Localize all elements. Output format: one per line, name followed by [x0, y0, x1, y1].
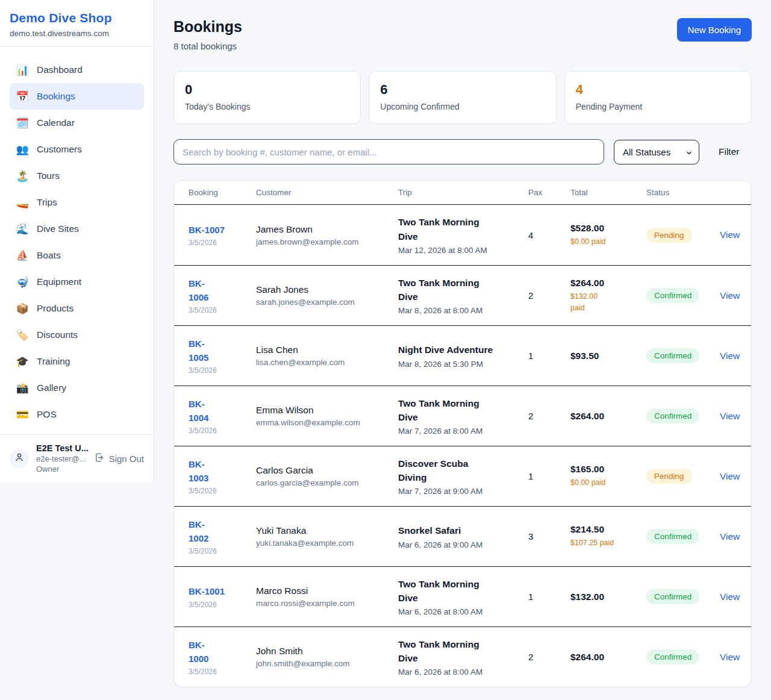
- sign-out-label: Sign Out: [109, 454, 144, 464]
- customer-name: Yuki Tanaka: [256, 525, 398, 536]
- booking-id-link[interactable]: BK-1001: [189, 584, 256, 598]
- booking-date: 3/5/2026: [189, 366, 256, 375]
- sidebar-item-pos[interactable]: 💳 POS: [10, 401, 144, 428]
- sidebar-item-label: Dashboard: [37, 64, 83, 75]
- view-link[interactable]: View: [720, 411, 740, 421]
- booking-id-link[interactable]: BK- 1000: [189, 638, 256, 666]
- booking-id-link[interactable]: BK- 1002: [189, 517, 256, 546]
- paid-amount: $107.25 paid: [570, 537, 646, 549]
- diving-mask-icon: 🤿: [16, 276, 29, 289]
- status-select-wrap: All Statuses: [614, 140, 699, 164]
- trip-name: Night Dive Adventure: [398, 343, 528, 357]
- sidebar: Demo Dive Shop demo.test.divestreams.com…: [0, 0, 154, 482]
- customer-email: marco.rossi@example.com: [256, 599, 398, 608]
- sign-out-button[interactable]: Sign Out: [95, 452, 144, 464]
- tag-icon: 🏷️: [16, 329, 29, 342]
- col-header-total: Total: [570, 188, 646, 197]
- booking-id-link[interactable]: BK- 1004: [189, 397, 256, 425]
- sidebar-item-training[interactable]: 🎓 Training: [10, 348, 144, 375]
- filter-button[interactable]: Filter: [719, 146, 739, 157]
- view-link[interactable]: View: [720, 652, 740, 662]
- sidebar-item-tours[interactable]: 🏝️ Tours: [10, 163, 144, 189]
- bookings-table: Booking Customer Trip Pax Total Status B…: [173, 180, 752, 687]
- sidebar-item-gallery[interactable]: 📸 Gallery: [10, 375, 144, 401]
- pax-count: 2: [528, 411, 570, 421]
- sidebar-item-calendar[interactable]: 🗓️ Calendar: [10, 110, 144, 136]
- booking-id-link[interactable]: BK-1007: [189, 223, 256, 237]
- sidebar-item-dashboard[interactable]: 📊 Dashboard: [10, 57, 144, 83]
- status-badge: Pending: [646, 228, 692, 243]
- sidebar-item-bookings[interactable]: 📅 Bookings: [10, 83, 144, 110]
- view-link[interactable]: View: [720, 592, 740, 602]
- island-icon: 🏝️: [16, 170, 29, 183]
- sidebar-item-equipment[interactable]: 🤿 Equipment: [10, 269, 144, 295]
- customer-email: yuki.tanaka@example.com: [256, 539, 398, 548]
- view-link[interactable]: View: [720, 230, 740, 240]
- view-link[interactable]: View: [720, 471, 740, 481]
- total-amount: $214.50: [570, 524, 646, 535]
- bar-chart-icon: 📊: [16, 64, 29, 77]
- table-row: BK- 1004 3/5/2026 Emma Wilson emma.wilso…: [174, 386, 751, 446]
- status-badge: Confirmed: [646, 288, 699, 303]
- sidebar-item-boats[interactable]: ⛵ Boats: [10, 242, 144, 269]
- total-amount: $264.00: [570, 411, 646, 422]
- booking-date: 3/5/2026: [189, 487, 256, 495]
- col-header-status: Status: [646, 188, 720, 197]
- pax-count: 1: [528, 351, 570, 361]
- user-name: E2E Test U...: [36, 443, 87, 453]
- view-link[interactable]: View: [720, 290, 740, 301]
- stat-card: 6 Upcoming Confirmed: [369, 71, 556, 124]
- table-row: BK- 1000 3/5/2026 John Smith john.smith@…: [174, 627, 751, 687]
- user-info: E2E Test U... e2e-tester@... Owner: [36, 443, 87, 473]
- status-select[interactable]: All Statuses: [614, 140, 699, 164]
- new-booking-button[interactable]: New Booking: [677, 18, 752, 42]
- page-title-block: Bookings 8 total bookings: [173, 18, 242, 51]
- status-badge: Confirmed: [646, 589, 699, 604]
- booking-id-link[interactable]: BK- 1005: [189, 337, 256, 365]
- view-link[interactable]: View: [720, 351, 740, 361]
- page-header: Bookings 8 total bookings New Booking: [173, 18, 752, 51]
- col-header-customer: Customer: [256, 188, 398, 197]
- booking-date: 3/5/2026: [189, 667, 256, 676]
- sailboat-icon: ⛵: [16, 249, 29, 262]
- customer-name: Carlos Garcia: [256, 465, 398, 476]
- customer-email: james.brown@example.com: [256, 237, 398, 246]
- customer-email: sarah.jones@example.com: [256, 298, 398, 307]
- customer-email: carlos.garcia@example.com: [256, 478, 398, 487]
- sidebar-item-dive-sites[interactable]: 🌊 Dive Sites: [10, 216, 144, 242]
- pax-count: 4: [528, 230, 570, 240]
- total-amount: $528.00: [570, 223, 646, 234]
- shop-domain: demo.test.divestreams.com: [10, 29, 144, 38]
- sidebar-item-customers[interactable]: 👥 Customers: [10, 136, 144, 163]
- paid-amount: $132.00 paid: [570, 291, 646, 314]
- stat-card: 4 Pending Payment: [564, 71, 752, 124]
- trip-datetime: Mar 8, 2026 at 5:30 PM: [398, 360, 528, 369]
- col-header-booking: Booking: [189, 188, 256, 197]
- trip-datetime: Mar 12, 2026 at 8:00 AM: [398, 246, 528, 255]
- search-input[interactable]: [173, 139, 604, 164]
- trip-name: Two Tank Morning Dive: [398, 396, 528, 425]
- booking-date: 3/5/2026: [189, 601, 256, 609]
- sidebar-item-discounts[interactable]: 🏷️ Discounts: [10, 322, 144, 348]
- trip-datetime: Mar 6, 2026 at 9:00 AM: [398, 540, 528, 549]
- sidebar-item-label: Tours: [37, 170, 60, 181]
- user-section: E2E Test U... e2e-tester@... Owner Sign …: [0, 434, 154, 482]
- sidebar-item-label: Dive Sites: [37, 223, 79, 234]
- paid-amount: $0.00 paid: [570, 477, 646, 489]
- table-header-row: Booking Customer Trip Pax Total Status: [174, 181, 751, 205]
- total-amount: $93.50: [570, 351, 646, 361]
- sidebar-item-products[interactable]: 📦 Products: [10, 295, 144, 322]
- view-link[interactable]: View: [720, 531, 740, 542]
- booking-id-link[interactable]: BK- 1003: [189, 457, 256, 486]
- trip-datetime: Mar 7, 2026 at 8:00 AM: [398, 427, 528, 436]
- credit-card-icon: 💳: [16, 408, 29, 421]
- calendar-icon: 🗓️: [16, 117, 29, 130]
- status-badge: Pending: [646, 469, 692, 484]
- sidebar-item-trips[interactable]: 🚤 Trips: [10, 189, 144, 216]
- stat-value: 0: [185, 82, 349, 98]
- sidebar-item-label: Gallery: [37, 383, 66, 393]
- booking-id-link[interactable]: BK- 1006: [189, 277, 256, 305]
- paid-amount: $0.00 paid: [570, 236, 646, 248]
- table-row: BK- 1002 3/5/2026 Yuki Tanaka yuki.tanak…: [174, 506, 751, 566]
- col-header-trip: Trip: [398, 188, 528, 197]
